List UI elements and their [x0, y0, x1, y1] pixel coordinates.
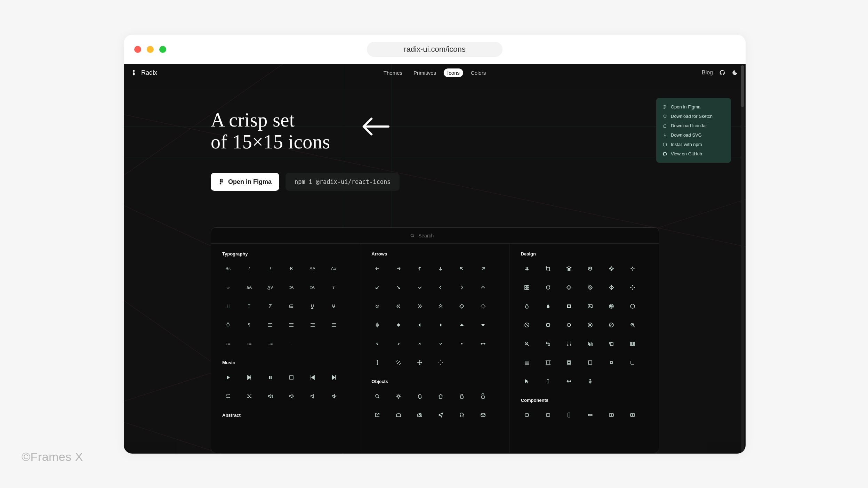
triangle-up-icon[interactable] [456, 319, 468, 331]
github-icon[interactable] [719, 70, 725, 76]
circle-icon[interactable] [563, 319, 575, 331]
letter-spacing-icon[interactable]: A̲V [264, 282, 276, 293]
nav-colors[interactable]: Colors [467, 68, 489, 77]
phone-icon[interactable] [563, 409, 575, 421]
zoom-in-icon[interactable] [627, 319, 638, 331]
donut-icon[interactable] [584, 319, 596, 331]
shuffle-icon[interactable] [243, 390, 255, 402]
cursor-icon[interactable] [521, 375, 533, 387]
letter-case-toggle-icon[interactable]: aA [243, 282, 255, 293]
caret-left-small-icon[interactable] [371, 338, 383, 350]
align-justify-icon[interactable] [328, 319, 340, 331]
send-icon[interactable] [435, 409, 447, 421]
spacing-vert-icon[interactable]: ↕≡ [222, 338, 234, 350]
arrows-expand-icon[interactable] [393, 357, 404, 368]
strikethrough-icon[interactable]: U̶ [328, 300, 340, 312]
scrollbar[interactable] [741, 65, 744, 452]
overline-icon[interactable]: Ō [222, 319, 234, 331]
slash-circle-icon[interactable] [521, 319, 533, 331]
split-grid-icon[interactable] [627, 409, 638, 421]
stop-icon[interactable] [286, 372, 297, 383]
circle-bold-icon[interactable] [542, 319, 554, 331]
arrow-down-left-icon[interactable] [371, 282, 383, 293]
align-left-icon[interactable] [264, 319, 276, 331]
group-icon[interactable] [563, 357, 575, 368]
spacing-vert2-icon[interactable]: ↕≡ [243, 338, 255, 350]
stack-icon[interactable] [584, 263, 596, 275]
nav-blog[interactable]: Blog [702, 70, 713, 76]
align-right-icon[interactable] [307, 319, 319, 331]
transparency-icon[interactable] [542, 338, 554, 350]
triangle-left-icon[interactable] [414, 319, 426, 331]
caret-sort-icon[interactable] [371, 319, 383, 331]
pause-icon[interactable] [264, 372, 276, 383]
arrows-horizontal-icon[interactable] [477, 338, 489, 350]
arrow-left-icon[interactable] [371, 263, 383, 275]
frame-icon[interactable] [542, 357, 554, 368]
arrow-down-right-icon[interactable] [393, 282, 404, 293]
font-italic2-icon[interactable]: 𝐼 [264, 263, 276, 275]
caret-up-small-icon[interactable] [414, 338, 426, 350]
play-icon[interactable] [222, 372, 234, 383]
arrow-up-icon[interactable] [414, 263, 426, 275]
chevron-right-icon[interactable] [456, 282, 468, 293]
dashed-box-icon[interactable] [563, 338, 575, 350]
letter-case-mixed-icon[interactable]: Aa [328, 263, 340, 275]
arrow-up-right-icon[interactable] [477, 263, 489, 275]
arrow-right-icon[interactable] [393, 263, 404, 275]
layers-icon[interactable] [563, 263, 575, 275]
home-icon[interactable] [435, 390, 447, 402]
diamond-dots-icon[interactable] [627, 282, 638, 293]
angle-icon[interactable] [627, 357, 638, 368]
lock-open-icon[interactable] [477, 390, 489, 402]
mask-square-icon[interactable] [563, 300, 575, 312]
diamond-right-icon[interactable] [477, 300, 489, 312]
traffic-light-close[interactable] [134, 46, 141, 53]
component-fill-icon[interactable] [627, 263, 638, 275]
brand[interactable]: Radix [131, 69, 157, 76]
square-icon[interactable] [584, 357, 596, 368]
triangle-down-icon[interactable] [477, 319, 489, 331]
magnifier-icon[interactable] [371, 390, 383, 402]
double-chevron-right-icon[interactable] [414, 300, 426, 312]
diamond-icon[interactable] [563, 282, 575, 293]
speaker-low-icon[interactable] [307, 390, 319, 402]
line-height-icon[interactable] [286, 300, 297, 312]
bell-icon[interactable] [414, 390, 426, 402]
drop-fill-icon[interactable] [542, 300, 554, 312]
nav-themes[interactable]: Themes [380, 68, 406, 77]
components-icon[interactable] [605, 263, 617, 275]
arrow-up-left-icon[interactable] [456, 263, 468, 275]
open-in-figma-button[interactable]: Open in Figma [211, 173, 279, 191]
diamond-slash-icon[interactable] [584, 282, 596, 293]
font-italic-icon[interactable]: 𝐼 [243, 263, 255, 275]
npm-install-snippet[interactable]: npm i @radix-ui/react-icons [286, 173, 400, 191]
speaker-loud-icon[interactable] [264, 390, 276, 402]
double-chevron-down-icon[interactable] [371, 300, 383, 312]
grid-icon[interactable] [521, 263, 533, 275]
scrollbar-thumb[interactable] [741, 65, 744, 107]
layout-grid-icon[interactable] [521, 282, 533, 293]
chevron-up-icon[interactable] [477, 282, 489, 293]
external-link-icon[interactable] [371, 409, 383, 421]
caret-down-small-icon[interactable] [435, 338, 447, 350]
track-prev-icon[interactable] [307, 372, 319, 383]
panel-download-svg[interactable]: Download SVG [656, 130, 731, 140]
lock-closed-icon[interactable] [456, 390, 468, 402]
panel-view-github[interactable]: View on GitHub [656, 149, 731, 158]
move-dots-icon[interactable] [435, 357, 447, 368]
target-icon[interactable] [605, 300, 617, 312]
double-chevron-left-icon[interactable] [393, 300, 404, 312]
pill-icon[interactable] [584, 409, 596, 421]
resize-h-icon[interactable] [563, 375, 575, 387]
panel-download-iconjar[interactable]: Download IconJar [656, 121, 731, 130]
copy-icon[interactable] [584, 338, 596, 350]
dash-icon[interactable]: - [286, 338, 297, 350]
rows-icon[interactable] [521, 357, 533, 368]
triangle-right-icon[interactable] [435, 319, 447, 331]
half-fill-icon[interactable] [605, 282, 617, 293]
panel-download-sketch[interactable]: Download for Sketch [656, 112, 731, 121]
caret-right-small-icon[interactable] [393, 338, 404, 350]
nav-primitives[interactable]: Primitives [410, 68, 440, 77]
text-height1-icon[interactable]: ɪA [286, 282, 297, 293]
